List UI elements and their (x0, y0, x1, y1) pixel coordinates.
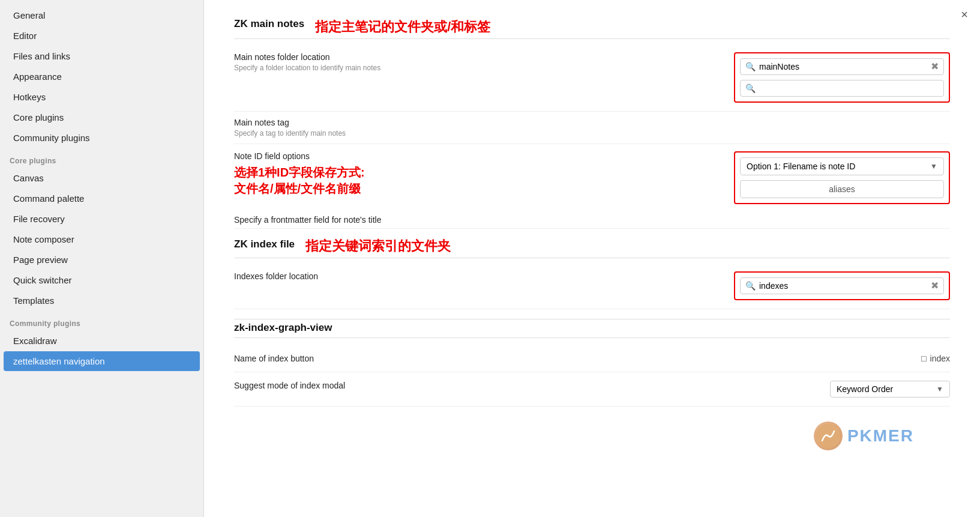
watermark: PKMER (814, 422, 914, 450)
clear-button[interactable]: ✖ (931, 62, 939, 71)
setting-control: Keyword Order▼ (830, 381, 950, 398)
setting-info: Indexes folder location (234, 271, 722, 281)
square-icon: □ (921, 354, 926, 363)
note-id-info-col: Note ID field options选择1种ID字段保存方式:文件名/属性… (234, 151, 723, 225)
zk-index-header-row: ZK index file指定关键词索引的文件夹 (234, 237, 950, 255)
divider (234, 38, 950, 39)
text-input: aliases (740, 180, 944, 198)
setting-title: Main notes folder location (234, 52, 722, 62)
annotation-zk-main-notes: 指定主笔记的文件夹或/和标签 (315, 18, 490, 36)
red-box-main-notes: 🔍✖🔍 (734, 52, 950, 103)
pkmer-logo (814, 422, 843, 450)
setting-info: Suggest mode of index modal (234, 381, 818, 390)
search-icon: 🔍 (745, 62, 756, 71)
keyword-order-dropdown[interactable]: Keyword Order▼ (830, 381, 950, 398)
setting-row-main-notes-tag: Main notes tagSpecify a tag to identify … (234, 112, 950, 144)
setting-title: Indexes folder location (234, 271, 722, 281)
chevron-down-icon: ▼ (936, 385, 943, 393)
sidebar-section-label: Core plugins (0, 148, 203, 168)
setting-control: □index (921, 354, 950, 363)
sidebar-item-quick-switcher[interactable]: Quick switcher (4, 270, 200, 290)
close-button[interactable]: × (961, 8, 968, 20)
setting-title: Main notes tag (234, 118, 950, 127)
annotation-note-id: 选择1种ID字段保存方式:文件名/属性/文件名前缀 (234, 165, 723, 197)
setting-row-main-notes-folder: Main notes folder locationSpecify a fold… (234, 44, 950, 112)
zk-index-graph-view-header: zk-index-graph-view (234, 322, 950, 338)
search-icon: 🔍 (745, 281, 756, 291)
svg-point-0 (816, 424, 840, 448)
chevron-down-icon: ▼ (930, 162, 937, 171)
sidebar-item-zettelkasten-navigation[interactable]: zettelkasten navigation (4, 351, 200, 371)
sidebar-item-files-and-links[interactable]: Files and links (4, 46, 200, 66)
red-box-note-id: Option 1: Filename is note ID▼aliases (734, 151, 950, 204)
search-input-wrap: 🔍 (740, 80, 944, 97)
divider (234, 258, 950, 258)
sidebar-item-appearance[interactable]: Appearance (4, 67, 200, 86)
zk-index-file-header: ZK index file (234, 238, 295, 254)
setting-desc: Specify a folder location to identify ma… (234, 64, 722, 72)
divider (234, 225, 950, 229)
sidebar-section-label: Community plugins (0, 311, 203, 330)
pkmer-text: PKMER (847, 426, 914, 446)
setting-row-indexes-folder: Indexes folder location🔍✖ (234, 263, 950, 309)
sidebar: GeneralEditorFiles and linksAppearanceHo… (0, 0, 204, 517)
index-button-control: □index (921, 354, 950, 363)
sidebar-item-hotkeys[interactable]: Hotkeys (4, 87, 200, 107)
sidebar-item-canvas[interactable]: Canvas (4, 168, 200, 188)
setting-row-name-index-button: Name of index button□index (234, 345, 950, 372)
sidebar-item-note-composer[interactable]: Note composer (4, 229, 200, 249)
setting-row-suggest-mode: Suggest mode of index modalKeyword Order… (234, 372, 950, 407)
setting-title-frontmatter: Specify a frontmatter field for note's t… (234, 215, 723, 225)
setting-desc: Specify a tag to identify main notes (234, 129, 950, 138)
search-input[interactable] (759, 281, 927, 291)
main-content: ZK main notes指定主笔记的文件夹或/和标签Main notes fo… (204, 0, 980, 517)
annotation-zk-index: 指定关键词索引的文件夹 (305, 237, 451, 255)
clear-button[interactable]: ✖ (931, 281, 939, 291)
setting-title: Name of index button (234, 354, 909, 363)
search-input[interactable] (759, 83, 939, 93)
search-icon: 🔍 (745, 83, 756, 93)
setting-title: Suggest mode of index modal (234, 381, 818, 390)
sidebar-item-community-plugins[interactable]: Community plugins (4, 128, 200, 148)
sidebar-item-templates[interactable]: Templates (4, 291, 200, 310)
divider (234, 319, 950, 319)
setting-title: Note ID field options (234, 151, 723, 161)
sidebar-item-general[interactable]: General (4, 5, 200, 25)
search-input-wrap: 🔍✖ (740, 58, 944, 75)
setting-info: Name of index button (234, 354, 909, 363)
search-input[interactable] (759, 62, 927, 71)
sidebar-item-editor[interactable]: Editor (4, 26, 200, 46)
setting-info: Main notes folder locationSpecify a fold… (234, 52, 722, 72)
sidebar-item-file-recovery[interactable]: File recovery (4, 209, 200, 229)
note-id-annot-row: Note ID field options选择1种ID字段保存方式:文件名/属性… (234, 144, 950, 225)
search-input-wrap: 🔍✖ (740, 277, 944, 294)
sidebar-item-core-plugins[interactable]: Core plugins (4, 107, 200, 127)
red-box-indexes: 🔍✖ (734, 271, 950, 300)
sidebar-item-command-palette[interactable]: Command palette (4, 189, 200, 208)
sidebar-item-page-preview[interactable]: Page preview (4, 250, 200, 270)
zk-main-notes-header: ZK main notes (234, 18, 304, 34)
sidebar-item-excalidraw[interactable]: Excalidraw (4, 331, 200, 351)
dropdown-select[interactable]: Option 1: Filename is note ID▼ (740, 157, 944, 175)
